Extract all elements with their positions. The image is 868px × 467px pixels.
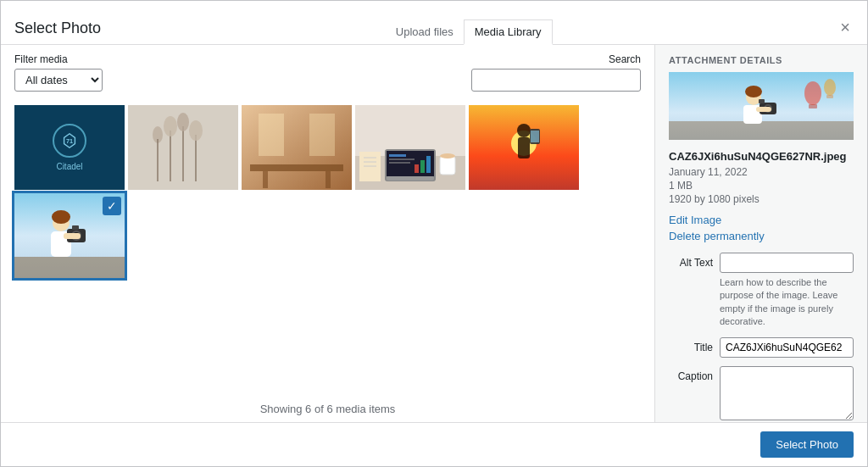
caption-label: Caption [669,366,713,382]
alt-text-hint: Learn how to describe the purpose of the… [720,276,854,329]
svg-rect-14 [250,164,343,171]
svg-rect-49 [64,233,81,239]
attachment-details-header: ATTACHMENT DETAILS [655,45,867,72]
modal-footer: Select Photo [1,422,867,466]
alt-text-label: Alt Text [669,253,713,269]
svg-point-36 [517,124,531,137]
media-item-selected[interactable]: ✓ [14,193,125,278]
alt-text-input[interactable] [720,253,854,273]
title-input[interactable] [720,337,854,358]
selected-checkmark: ✓ [103,197,121,215]
tab-media-library[interactable]: Media Library [464,19,553,45]
attachment-size: 1 MB [669,180,854,192]
caption-textarea[interactable] [720,366,854,420]
svg-point-6 [177,113,189,131]
media-item[interactable] [469,105,579,190]
svg-rect-21 [389,154,406,157]
svg-rect-51 [669,121,854,140]
svg-rect-15 [263,171,268,188]
svg-rect-58 [759,99,765,103]
svg-rect-32 [440,156,455,175]
svg-rect-24 [415,164,419,173]
svg-rect-12 [259,114,284,156]
alt-text-field: Learn how to describe the purpose of the… [720,253,854,329]
title-label: Title [669,337,713,353]
title-row: Title [669,337,854,358]
search-label: Search [471,53,641,65]
search-group: Search [471,53,641,92]
media-panel: Filter media All dates Search [1,45,655,422]
media-item[interactable] [242,105,352,190]
search-input[interactable] [471,69,641,92]
media-item[interactable] [128,105,238,190]
select-photo-button[interactable]: Select Photo [760,431,854,458]
svg-point-60 [804,81,821,105]
delete-image-link[interactable]: Delete permanently [655,230,867,246]
svg-rect-16 [326,171,331,188]
svg-point-53 [745,86,762,97]
attachment-date: January 11, 2022 [669,166,854,178]
filter-bar: Filter media All dates Search [1,45,654,98]
svg-rect-25 [420,160,425,173]
svg-text:71: 71 [66,137,73,145]
attachment-filename: CAZ6JXi6huSuN4QGE627NR.jpeg [669,150,854,163]
modal-header: Select Photo Upload files Media Library … [1,1,867,45]
attachment-meta: CAZ6JXi6huSuN4QGE627NR.jpeg January 11, … [655,150,867,214]
caption-row: Caption [669,366,854,420]
svg-point-43 [52,210,70,224]
citadel-logo-icon: 71 [53,124,86,158]
tab-upload-files[interactable]: Upload files [386,19,464,45]
close-button[interactable]: × [837,19,854,36]
modal-title: Select Photo [14,19,101,37]
svg-point-7 [189,120,203,141]
attachment-details-panel: ATTACHMENT DETAILS [655,45,867,422]
caption-field [720,366,854,420]
svg-rect-13 [309,114,335,156]
svg-rect-37 [518,137,530,158]
attachment-form: Alt Text Learn how to describe the purpo… [655,246,867,422]
svg-rect-39 [531,131,539,142]
filter-group: Filter media All dates [14,53,103,92]
attachment-thumbnail [669,72,854,140]
edit-image-link[interactable]: Edit Image [655,214,867,230]
filter-label: Filter media [14,53,103,65]
svg-rect-59 [756,107,771,112]
modal-body: Filter media All dates Search [1,45,867,422]
tab-bar: Upload files Media Library [386,19,553,44]
svg-rect-11 [242,105,352,190]
media-grid: 71 Citadel [1,98,654,396]
attachment-dimensions: 1920 by 1080 pixels [669,193,854,205]
svg-point-33 [440,153,455,158]
svg-rect-48 [72,225,79,230]
svg-point-62 [824,79,836,96]
svg-rect-41 [14,257,125,278]
select-photo-modal: Select Photo Upload files Media Library … [0,0,868,467]
date-filter-select[interactable]: All dates [14,69,103,92]
title-field [720,337,854,358]
media-count: Showing 6 of 6 media items [1,396,654,422]
svg-rect-61 [809,104,817,108]
citadel-text: Citadel [56,162,82,171]
svg-rect-22 [389,158,415,160]
svg-rect-23 [389,162,410,164]
svg-rect-63 [826,95,833,98]
svg-point-5 [164,116,177,136]
svg-rect-27 [387,176,434,181]
svg-rect-26 [426,156,431,173]
media-item[interactable] [355,105,465,190]
alt-text-row: Alt Text Learn how to describe the purpo… [669,253,854,329]
media-item[interactable]: 71 Citadel [14,105,125,190]
